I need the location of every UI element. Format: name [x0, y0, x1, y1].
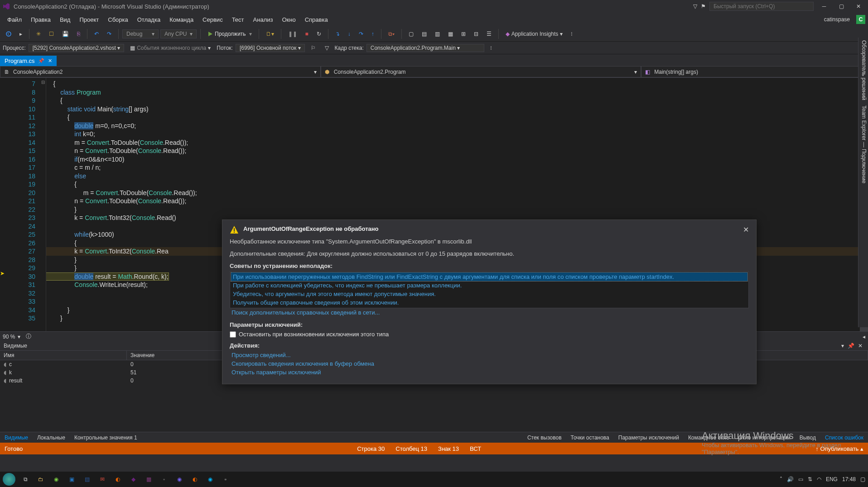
- configuration-combo[interactable]: Debug▾: [122, 29, 159, 38]
- view-details-link[interactable]: Просмотр сведений...: [230, 351, 749, 359]
- back-button[interactable]: [3, 29, 14, 38]
- battery-icon[interactable]: ▭: [798, 476, 803, 482]
- menu-tools[interactable]: Сервис: [198, 14, 227, 25]
- toolbar2-overflow[interactable]: ⁝: [487, 43, 495, 53]
- utorrent-icon[interactable]: ◉: [51, 474, 62, 485]
- h-scroll-left-icon[interactable]: ◂: [863, 334, 865, 340]
- menu-analyze[interactable]: Анализ: [249, 14, 278, 25]
- menu-project[interactable]: Проект: [75, 14, 103, 25]
- toolbar-overflow[interactable]: ⁝: [568, 29, 576, 39]
- thread-flag-icon[interactable]: ⚐: [308, 43, 319, 53]
- firefox2-icon[interactable]: ◐: [189, 474, 200, 485]
- tip-item[interactable]: При работе с коллекцией убедитесь, что и…: [231, 281, 747, 290]
- save-button[interactable]: 💾: [59, 29, 72, 39]
- restart-button[interactable]: ↻: [313, 29, 324, 39]
- menu-test[interactable]: Тест: [227, 14, 249, 25]
- tool-3[interactable]: ▥: [432, 29, 443, 39]
- stackframe-combo[interactable]: ConsoleApplication2.Program.Main ▾: [366, 44, 484, 52]
- tip-item[interactable]: Убедитесь, что аргументы для этого метод…: [231, 290, 747, 298]
- thread-combo[interactable]: [6996] Основной поток ▾: [236, 44, 305, 52]
- btab-autos[interactable]: Видимые: [3, 434, 30, 442]
- step-over-button[interactable]: ↷: [356, 29, 366, 39]
- menu-window[interactable]: Окно: [277, 14, 300, 25]
- open-button[interactable]: ☐: [46, 29, 57, 39]
- nav-project-combo[interactable]: 🗎ConsoleApplication2▾: [0, 66, 321, 77]
- pin-icon[interactable]: 📌: [38, 58, 44, 64]
- col-name[interactable]: Имя: [0, 351, 127, 360]
- clock[interactable]: 17:48: [842, 476, 856, 482]
- outlook-icon[interactable]: ▣: [66, 474, 77, 485]
- menu-build[interactable]: Сборка: [103, 14, 133, 25]
- platform-combo[interactable]: Any CPU▾: [160, 29, 197, 38]
- word-icon[interactable]: ▤: [82, 474, 92, 485]
- forward-button[interactable]: ▸: [16, 29, 25, 39]
- tab-close-icon[interactable]: ✕: [48, 58, 52, 64]
- menu-file[interactable]: Файл: [3, 14, 26, 25]
- volume-icon[interactable]: 🔊: [787, 476, 794, 482]
- step-into-button[interactable]: ↓: [345, 29, 354, 39]
- undo-button[interactable]: ↶: [91, 29, 102, 39]
- checkbox-input[interactable]: [230, 331, 236, 338]
- app-insights-button[interactable]: ◆ Application Insights ▾: [502, 29, 566, 39]
- tool-2[interactable]: ▤: [419, 29, 430, 39]
- zoom-dropdown-icon[interactable]: ▾: [18, 334, 20, 340]
- avatar[interactable]: C: [856, 15, 865, 24]
- tip-item[interactable]: При использовании перегруженных методов …: [231, 272, 747, 281]
- team-explorer-rail[interactable]: Team Explorer — Подключение: [859, 105, 867, 183]
- continue-button[interactable]: Продолжить▾: [204, 29, 255, 39]
- menu-team[interactable]: Команда: [165, 14, 198, 25]
- viber-icon[interactable]: ◉: [174, 474, 185, 485]
- app-icon[interactable]: ▪: [159, 474, 169, 485]
- tool-5[interactable]: ⊞: [458, 29, 469, 39]
- open-exception-settings-link[interactable]: Открыть параметры исключений: [230, 368, 749, 377]
- search-online-link[interactable]: Поиск дополнительных справочных сведений…: [230, 308, 749, 317]
- filter-icon[interactable]: ▽: [693, 3, 697, 10]
- redo-button[interactable]: ↷: [104, 29, 115, 39]
- panel-menu-icon[interactable]: ▾: [839, 343, 846, 349]
- quick-launch-input[interactable]: [709, 2, 814, 11]
- skype-icon[interactable]: ◉: [205, 474, 216, 485]
- start-button[interactable]: [3, 473, 15, 486]
- info-icon[interactable]: ⓘ: [26, 333, 31, 340]
- stop-button[interactable]: ■: [302, 29, 312, 39]
- tool-4[interactable]: ▦: [445, 29, 456, 39]
- maximize-button[interactable]: ▢: [834, 2, 848, 11]
- panel-close-icon[interactable]: ✕: [856, 343, 864, 349]
- btab-exception-settings[interactable]: Параметры исключений: [617, 434, 681, 442]
- menu-edit[interactable]: Правка: [26, 14, 55, 25]
- network-icon[interactable]: ⇅: [808, 476, 812, 482]
- break-on-exception-checkbox[interactable]: Остановить при возникновении исключения …: [230, 331, 749, 338]
- step-out-button[interactable]: ↑: [368, 29, 377, 39]
- intellitrace-button[interactable]: ⧉▾: [385, 29, 398, 39]
- outlining-margin[interactable]: ⊟: [40, 78, 46, 331]
- language-indicator[interactable]: ENG: [826, 476, 838, 482]
- btab-callstack[interactable]: Стек вызовов: [526, 434, 564, 442]
- nav-method-combo[interactable]: ◧Main(string[] args)▾: [641, 66, 868, 77]
- tool-7[interactable]: ☰: [483, 29, 495, 39]
- popup-close-button[interactable]: ✕: [743, 225, 749, 234]
- thread-filter-icon[interactable]: ▽: [322, 43, 332, 53]
- pause-button[interactable]: ❚❚: [285, 29, 300, 39]
- taskview-icon[interactable]: ⧉: [20, 474, 31, 485]
- panel-pin-icon[interactable]: 📌: [846, 343, 856, 349]
- gmail-icon[interactable]: ✉: [97, 474, 108, 485]
- action-center-icon[interactable]: ▢: [860, 476, 865, 482]
- solution-explorer-rail[interactable]: Обозреватель решений: [859, 40, 867, 100]
- zoom-level[interactable]: 90 %: [3, 334, 15, 340]
- nav-class-combo[interactable]: ⬢ConsoleApplication2.Program▾: [321, 66, 641, 77]
- tab-program-cs[interactable]: Program.cs 📌 ✕: [0, 56, 57, 66]
- step-into-arrow-icon[interactable]: ↴: [332, 29, 343, 39]
- tool-1[interactable]: ▢: [405, 29, 417, 39]
- wifi-icon[interactable]: ◠: [817, 476, 821, 482]
- process-combo[interactable]: [5292] ConsoleApplication2.vshost ▾: [29, 44, 124, 52]
- lifecycle-events-button[interactable]: ▦ События жизненного цикла ▾: [127, 43, 214, 53]
- menu-help[interactable]: Справка: [300, 14, 333, 25]
- menu-debug[interactable]: Отладка: [133, 14, 165, 25]
- copy-exception-link[interactable]: Скопировать сведения исключения в буфер …: [230, 359, 749, 368]
- btab-breakpoints[interactable]: Точки останова: [569, 434, 611, 442]
- btab-locals[interactable]: Локальные: [35, 434, 67, 442]
- tool-6[interactable]: ⊟: [471, 29, 482, 39]
- minimize-button[interactable]: ─: [817, 2, 831, 11]
- app2-icon[interactable]: ▫: [220, 474, 231, 485]
- visualstudio-icon[interactable]: ◆: [128, 474, 139, 485]
